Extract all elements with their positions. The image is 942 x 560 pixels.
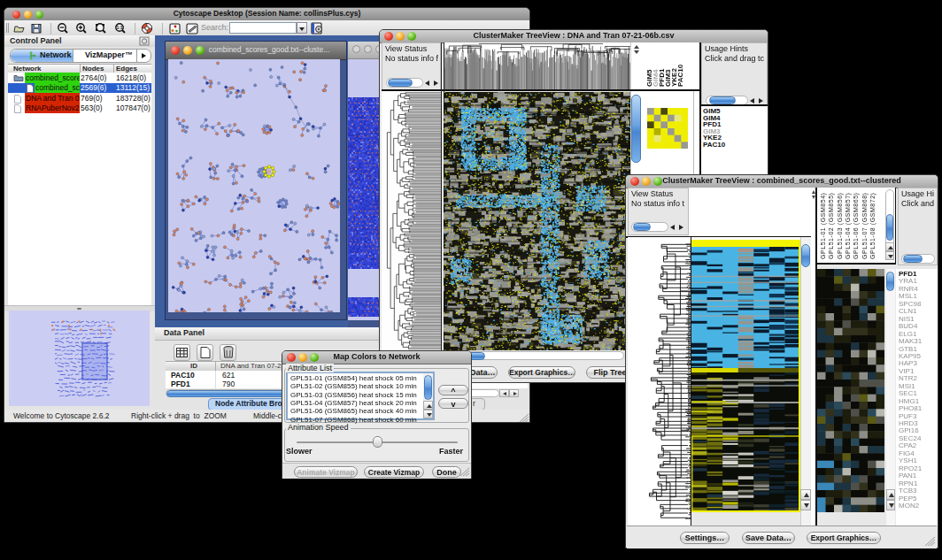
svg-text:1:1: 1:1: [116, 25, 122, 30]
